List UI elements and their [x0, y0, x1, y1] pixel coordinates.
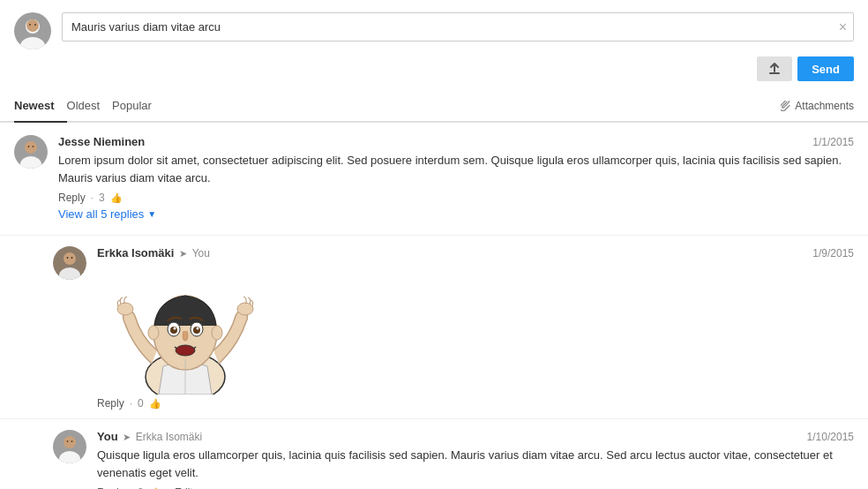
comment-likes-erkka: 0	[138, 397, 144, 410]
comment-actions-jesse: Reply · 3 👍	[58, 192, 854, 204]
reply-you: You ➤ Erkka Isomäki 1/10/2015 Quisque li…	[0, 419, 868, 489]
svg-point-10	[28, 146, 30, 147]
upload-button[interactable]	[757, 56, 792, 81]
svg-point-36	[67, 440, 69, 442]
view-replies-label: View all 5 replies	[58, 207, 144, 221]
tabs-bar: Newest Oldest Popular Attachments	[0, 90, 868, 123]
comment-header-jesse: Jesse Nieminen 1/1/2015	[58, 135, 854, 148]
svg-point-15	[67, 257, 69, 259]
meme-image	[97, 267, 273, 390]
comment-body-jesse: Jesse Nieminen 1/1/2015 Lorem ipsum dolo…	[58, 135, 854, 226]
svg-point-30	[148, 326, 159, 340]
avatar-erkka	[53, 246, 86, 280]
svg-point-22	[237, 303, 253, 315]
svg-point-31	[212, 326, 222, 340]
svg-point-11	[33, 146, 34, 147]
paperclip-icon	[781, 101, 791, 111]
comment-author-row-erkka: Erkka Isomäki ➤ You	[97, 246, 210, 260]
attachments-label: Attachments	[795, 100, 854, 112]
comment-mention-you: Erkka Isomäki	[136, 431, 202, 443]
tab-popular[interactable]: Popular	[112, 90, 164, 123]
comment-author-you: You	[97, 430, 118, 443]
tab-newest[interactable]: Newest	[14, 90, 67, 123]
compose-avatar	[14, 12, 51, 49]
compose-clear-button[interactable]: ×	[839, 20, 847, 34]
svg-point-37	[71, 440, 73, 442]
comment-likes-jesse: 3	[99, 192, 105, 204]
comment-mention-erkka: You	[192, 247, 210, 260]
compose-input[interactable]	[62, 12, 854, 41]
comment-text-jesse: Lorem ipsum dolor sit amet, consectetuer…	[58, 152, 854, 186]
attachments-button[interactable]: Attachments	[781, 100, 854, 112]
compose-input-wrapper: ×	[62, 12, 854, 41]
comment-text-you: Quisque ligula eros ullamcorper quis, la…	[97, 447, 854, 481]
comment-actions-erkka: Reply · 0 👍	[97, 397, 854, 410]
comment-date-erkka: 1/9/2015	[812, 247, 854, 260]
reply-erkka: Erkka Isomäki ➤ You 1/9/2015	[0, 236, 868, 419]
reply-button-erkka[interactable]: Reply	[97, 397, 124, 410]
comment-date-you: 1/10/2015	[807, 431, 854, 443]
compose-actions: Send	[0, 53, 868, 90]
comment-header-erkka: Erkka Isomäki ➤ You 1/9/2015	[97, 246, 854, 260]
svg-point-29	[176, 345, 195, 356]
svg-point-21	[117, 303, 133, 315]
reply-arrow-icon: ➤	[179, 248, 187, 259]
comment-date-jesse: 1/1/2015	[812, 136, 854, 148]
chevron-down-icon: ▼	[147, 209, 156, 219]
reply-arrow-icon-you: ➤	[123, 432, 131, 442]
svg-point-3	[26, 19, 39, 32]
comments-section: Jesse Nieminen 1/1/2015 Lorem ipsum dolo…	[0, 123, 868, 489]
svg-point-28	[197, 327, 199, 330]
tab-oldest[interactable]: Oldest	[67, 90, 113, 123]
svg-point-8	[25, 141, 37, 154]
svg-point-27	[174, 327, 176, 330]
thumbup-icon-erkka[interactable]: 👍	[149, 398, 161, 410]
comment-body-you: You ➤ Erkka Isomäki 1/10/2015 Quisque li…	[97, 430, 854, 489]
comment-author-row-you: You ➤ Erkka Isomäki	[97, 430, 202, 443]
svg-point-5	[34, 24, 36, 26]
comment-header-you: You ➤ Erkka Isomäki 1/10/2015	[97, 430, 854, 443]
svg-point-13	[64, 252, 76, 265]
comment-jesse: Jesse Nieminen 1/1/2015 Lorem ipsum dolo…	[0, 123, 868, 236]
svg-point-4	[29, 24, 31, 26]
comment-author-jesse: Jesse Nieminen	[58, 135, 145, 148]
svg-rect-6	[769, 72, 780, 74]
avatar-you	[53, 430, 86, 463]
reply-button-jesse[interactable]: Reply	[58, 192, 86, 204]
upload-icon	[767, 62, 782, 76]
view-replies-button[interactable]: View all 5 replies ▼	[58, 204, 854, 226]
send-button[interactable]: Send	[797, 56, 854, 81]
svg-point-34	[64, 436, 76, 448]
svg-point-16	[71, 257, 73, 259]
thumbup-icon-jesse[interactable]: 👍	[110, 192, 123, 204]
comment-author-erkka: Erkka Isomäki	[97, 246, 174, 260]
avatar-jesse	[14, 135, 48, 169]
compose-area: ×	[0, 0, 868, 53]
comment-body-erkka: Erkka Isomäki ➤ You 1/9/2015	[97, 246, 854, 410]
